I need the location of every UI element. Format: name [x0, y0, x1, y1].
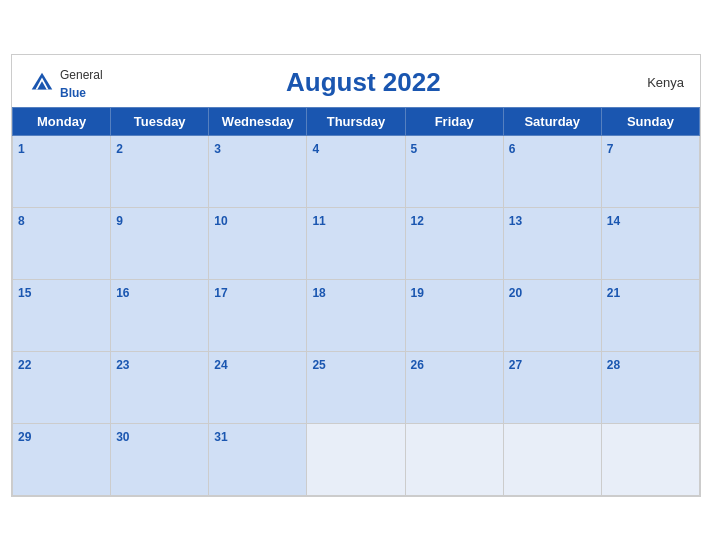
day-cell: [503, 423, 601, 495]
day-cell: 7: [601, 135, 699, 207]
weekday-wednesday: Wednesday: [209, 107, 307, 135]
weekday-header-row: MondayTuesdayWednesdayThursdayFridaySatu…: [13, 107, 700, 135]
day-cell: 10: [209, 207, 307, 279]
day-cell: 12: [405, 207, 503, 279]
day-cell: 5: [405, 135, 503, 207]
date-number: 3: [214, 142, 221, 156]
logo-text: General Blue: [60, 65, 103, 101]
date-number: 21: [607, 286, 620, 300]
weekday-monday: Monday: [13, 107, 111, 135]
calendar-container: General Blue August 2022 Kenya MondayTue…: [11, 54, 701, 497]
logo-icon: [28, 69, 56, 97]
date-number: 10: [214, 214, 227, 228]
date-number: 2: [116, 142, 123, 156]
date-number: 14: [607, 214, 620, 228]
date-number: 16: [116, 286, 129, 300]
date-number: 18: [312, 286, 325, 300]
day-cell: 11: [307, 207, 405, 279]
date-number: 6: [509, 142, 516, 156]
week-row-2: 891011121314: [13, 207, 700, 279]
date-number: 27: [509, 358, 522, 372]
week-row-3: 15161718192021: [13, 279, 700, 351]
date-number: 4: [312, 142, 319, 156]
day-cell: 23: [111, 351, 209, 423]
date-number: 28: [607, 358, 620, 372]
day-cell: 17: [209, 279, 307, 351]
day-cell: 29: [13, 423, 111, 495]
date-number: 22: [18, 358, 31, 372]
day-cell: 21: [601, 279, 699, 351]
week-row-5: 293031: [13, 423, 700, 495]
date-number: 5: [411, 142, 418, 156]
day-cell: 16: [111, 279, 209, 351]
logo-general: General: [60, 68, 103, 82]
weekday-friday: Friday: [405, 107, 503, 135]
day-cell: 25: [307, 351, 405, 423]
weekday-thursday: Thursday: [307, 107, 405, 135]
calendar-grid: MondayTuesdayWednesdayThursdayFridaySatu…: [12, 107, 700, 496]
date-number: 1: [18, 142, 25, 156]
date-number: 13: [509, 214, 522, 228]
day-cell: 14: [601, 207, 699, 279]
date-number: 19: [411, 286, 424, 300]
day-cell: 9: [111, 207, 209, 279]
week-row-1: 1234567: [13, 135, 700, 207]
day-cell: 20: [503, 279, 601, 351]
day-cell: 1: [13, 135, 111, 207]
logo-blue: Blue: [60, 86, 86, 100]
day-cell: 18: [307, 279, 405, 351]
calendar-title: August 2022: [103, 67, 624, 98]
calendar-header: General Blue August 2022 Kenya: [12, 55, 700, 107]
week-row-4: 22232425262728: [13, 351, 700, 423]
day-cell: 27: [503, 351, 601, 423]
date-number: 12: [411, 214, 424, 228]
day-cell: 24: [209, 351, 307, 423]
day-cell: 6: [503, 135, 601, 207]
day-cell: 2: [111, 135, 209, 207]
date-number: 11: [312, 214, 325, 228]
weekday-saturday: Saturday: [503, 107, 601, 135]
day-cell: 30: [111, 423, 209, 495]
day-cell: [405, 423, 503, 495]
day-cell: 3: [209, 135, 307, 207]
date-number: 31: [214, 430, 227, 444]
day-cell: 26: [405, 351, 503, 423]
date-number: 17: [214, 286, 227, 300]
country-label: Kenya: [624, 75, 684, 90]
date-number: 9: [116, 214, 123, 228]
day-cell: 19: [405, 279, 503, 351]
day-cell: 13: [503, 207, 601, 279]
day-cell: 8: [13, 207, 111, 279]
date-number: 15: [18, 286, 31, 300]
date-number: 29: [18, 430, 31, 444]
date-number: 20: [509, 286, 522, 300]
date-number: 24: [214, 358, 227, 372]
day-cell: [307, 423, 405, 495]
weekday-sunday: Sunday: [601, 107, 699, 135]
date-number: 23: [116, 358, 129, 372]
date-number: 8: [18, 214, 25, 228]
weekday-tuesday: Tuesday: [111, 107, 209, 135]
day-cell: 31: [209, 423, 307, 495]
date-number: 7: [607, 142, 614, 156]
day-cell: 4: [307, 135, 405, 207]
date-number: 25: [312, 358, 325, 372]
day-cell: 28: [601, 351, 699, 423]
date-number: 30: [116, 430, 129, 444]
date-number: 26: [411, 358, 424, 372]
logo-area: General Blue: [28, 65, 103, 101]
day-cell: 15: [13, 279, 111, 351]
day-cell: [601, 423, 699, 495]
day-cell: 22: [13, 351, 111, 423]
